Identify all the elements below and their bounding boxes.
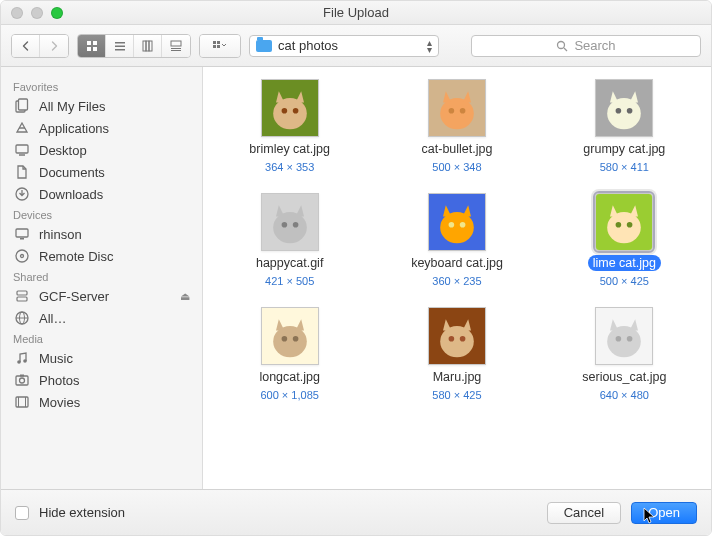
- coverflow-view-button[interactable]: [162, 35, 190, 57]
- column-view-button[interactable]: [134, 35, 162, 57]
- sidebar-item-desktop[interactable]: Desktop: [1, 139, 202, 161]
- svg-rect-10: [171, 41, 181, 46]
- sidebar-item-rhinson[interactable]: rhinson: [1, 223, 202, 245]
- svg-point-35: [23, 359, 27, 363]
- view-mode-buttons: [77, 34, 191, 58]
- file-thumbnail[interactable]: [428, 79, 486, 137]
- forward-button[interactable]: [40, 35, 68, 57]
- music-icon: [13, 350, 31, 366]
- hide-extension-checkbox[interactable]: [15, 506, 29, 520]
- sidebar-item-all-my-files[interactable]: All My Files: [1, 95, 202, 117]
- eject-icon[interactable]: ⏏: [180, 290, 190, 303]
- close-window-button[interactable]: [11, 7, 23, 19]
- file-item[interactable]: Maru.jpg580 × 425: [378, 307, 535, 401]
- sidebar-item-label: GCF-Server: [39, 289, 109, 304]
- svg-point-43: [273, 98, 307, 129]
- sidebar-item-photos[interactable]: Photos: [1, 369, 202, 391]
- file-item[interactable]: lime cat.jpg500 × 425: [546, 193, 703, 287]
- svg-rect-5: [115, 45, 125, 47]
- file-item[interactable]: happycat.gif421 × 505: [211, 193, 368, 287]
- svg-point-45: [292, 108, 298, 114]
- svg-rect-39: [16, 397, 28, 407]
- svg-point-49: [460, 108, 466, 114]
- all-files-icon: [13, 98, 31, 114]
- svg-rect-4: [115, 42, 125, 44]
- svg-rect-29: [17, 291, 27, 295]
- sidebar-item-all[interactable]: All…: [1, 307, 202, 329]
- file-grid: brimley cat.jpg364 × 353cat-bullet.jpg50…: [203, 67, 711, 489]
- svg-point-64: [616, 222, 622, 228]
- location-popup[interactable]: cat photos ▴▾: [249, 35, 439, 57]
- file-thumbnail[interactable]: [428, 193, 486, 251]
- sidebar-item-downloads[interactable]: Downloads: [1, 183, 202, 205]
- svg-rect-12: [171, 50, 181, 51]
- svg-rect-15: [213, 45, 216, 48]
- sidebar-item-label: Desktop: [39, 143, 87, 158]
- file-dimensions: 360 × 235: [432, 275, 481, 287]
- file-name: longcat.jpg: [254, 369, 324, 385]
- file-name: brimley cat.jpg: [244, 141, 335, 157]
- footer: Hide extension Cancel Open: [1, 489, 711, 535]
- sidebar-item-label: Documents: [39, 165, 105, 180]
- sidebar-item-label: All…: [39, 311, 66, 326]
- cancel-button[interactable]: Cancel: [547, 502, 621, 524]
- desktop-icon: [13, 142, 31, 158]
- file-thumbnail[interactable]: [261, 193, 319, 251]
- svg-point-60: [449, 222, 455, 228]
- file-thumbnail[interactable]: [595, 307, 653, 365]
- file-item[interactable]: keyboard cat.jpg360 × 235: [378, 193, 535, 287]
- file-thumbnail[interactable]: [428, 307, 486, 365]
- sidebar-item-remote-disc[interactable]: Remote Disc: [1, 245, 202, 267]
- list-view-button[interactable]: [106, 35, 134, 57]
- sidebar-item-label: All My Files: [39, 99, 105, 114]
- svg-rect-2: [87, 47, 91, 51]
- sidebar-item-documents[interactable]: Documents: [1, 161, 202, 183]
- zoom-window-button[interactable]: [51, 7, 63, 19]
- file-dimensions: 580 × 411: [600, 161, 649, 173]
- svg-point-48: [449, 108, 455, 114]
- window-controls: [11, 7, 63, 19]
- sidebar-item-music[interactable]: Music: [1, 347, 202, 369]
- file-dimensions: 500 × 348: [432, 161, 481, 173]
- sidebar-item-applications[interactable]: Applications: [1, 117, 202, 139]
- file-item[interactable]: serious_cat.jpg640 × 480: [546, 307, 703, 401]
- computer-icon: [13, 226, 31, 242]
- back-button[interactable]: [12, 35, 40, 57]
- svg-point-71: [440, 326, 474, 357]
- minimize-window-button[interactable]: [31, 7, 43, 19]
- svg-point-57: [292, 222, 298, 228]
- file-item[interactable]: cat-bullet.jpg500 × 348: [378, 79, 535, 173]
- file-thumbnail[interactable]: [261, 307, 319, 365]
- sidebar-group-label: Devices: [1, 205, 202, 223]
- arrange-button-group: [199, 34, 241, 58]
- file-item[interactable]: longcat.jpg600 × 1,085: [211, 307, 368, 401]
- sidebar-item-label: Applications: [39, 121, 109, 136]
- svg-point-17: [558, 41, 565, 48]
- disc-icon: [13, 248, 31, 264]
- titlebar: File Upload: [1, 1, 711, 25]
- nav-buttons: [11, 34, 69, 58]
- file-item[interactable]: grumpy cat.jpg580 × 411: [546, 79, 703, 173]
- documents-icon: [13, 164, 31, 180]
- file-item[interactable]: brimley cat.jpg364 × 353: [211, 79, 368, 173]
- svg-point-44: [281, 108, 287, 114]
- file-upload-dialog: File Upload: [0, 0, 712, 536]
- svg-point-77: [627, 336, 633, 342]
- sidebar-item-gcf-server[interactable]: GCF-Server⏏: [1, 285, 202, 307]
- arrange-button[interactable]: [200, 35, 240, 57]
- globe-icon: [13, 310, 31, 326]
- sidebar-item-movies[interactable]: Movies: [1, 391, 202, 413]
- file-thumbnail[interactable]: [595, 79, 653, 137]
- file-thumbnail[interactable]: [595, 193, 653, 251]
- search-field[interactable]: Search: [471, 35, 701, 57]
- file-thumbnail[interactable]: [261, 79, 319, 137]
- svg-rect-0: [87, 41, 91, 45]
- svg-point-65: [627, 222, 633, 228]
- open-button[interactable]: Open: [631, 502, 697, 524]
- file-dimensions: 500 × 425: [600, 275, 649, 287]
- svg-point-75: [608, 326, 642, 357]
- svg-rect-6: [115, 49, 125, 51]
- svg-point-51: [608, 98, 642, 129]
- svg-point-37: [20, 378, 25, 383]
- icon-view-button[interactable]: [78, 35, 106, 57]
